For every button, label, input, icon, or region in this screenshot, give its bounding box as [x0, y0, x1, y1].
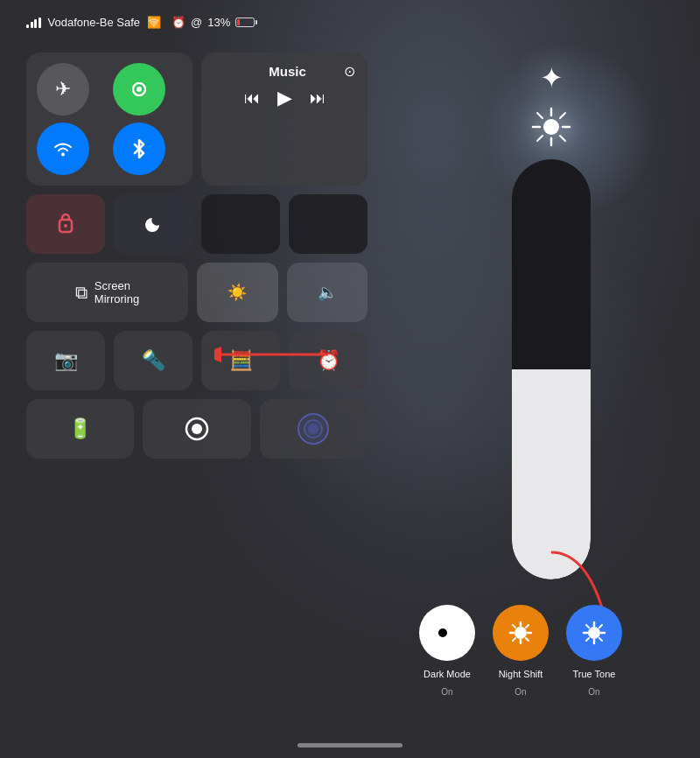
- flashlight-button[interactable]: 🔦: [114, 331, 192, 390]
- volume-icon: 🔈: [318, 283, 337, 302]
- true-tone-sublabel: On: [588, 687, 599, 697]
- night-shift-sublabel: On: [514, 687, 526, 697]
- svg-point-23: [514, 627, 527, 639]
- large-sun-icon: [529, 105, 573, 149]
- dark-mode-container: Dark Mode On: [419, 605, 475, 697]
- signal-bars: [26, 18, 41, 28]
- svg-line-37: [586, 625, 589, 628]
- night-shift-button[interactable]: [493, 605, 549, 661]
- signal-bar-3: [34, 19, 37, 28]
- grid-row-3: ⧉ ScreenMirroring ☀️ 🔈: [26, 263, 368, 322]
- control-center: ✈: [26, 53, 368, 459]
- svg-line-30: [526, 625, 528, 628]
- rotation-lock-button[interactable]: [26, 194, 105, 254]
- siri-circle: [298, 413, 329, 445]
- brightness-slider[interactable]: ☀️: [197, 263, 278, 322]
- screen-mirror-icon: ⧉: [75, 283, 88, 303]
- battery-tip: [256, 20, 257, 25]
- svg-point-2: [61, 153, 65, 157]
- svg-point-6: [192, 424, 202, 434]
- svg-line-16: [537, 113, 542, 118]
- status-right: ⏰ @ 13%: [172, 16, 257, 29]
- signal-bar-2: [31, 22, 33, 28]
- night-shift-container: Night Shift On: [493, 605, 549, 697]
- battery-percent: 13%: [207, 16, 230, 29]
- camera-button[interactable]: 📷: [26, 331, 105, 390]
- screen-mirroring-label: ScreenMirroring: [94, 279, 139, 305]
- dark-mode-button[interactable]: [419, 605, 475, 661]
- music-controls: ⏮ ▶ ⏭: [214, 87, 355, 109]
- airplay-icon[interactable]: ⊙: [344, 63, 355, 80]
- svg-line-38: [599, 638, 602, 641]
- brightness-icon: ☀️: [228, 283, 247, 302]
- grid-row-2: [26, 194, 368, 254]
- do-not-disturb-button[interactable]: [114, 194, 192, 254]
- screen-record-button[interactable]: [143, 399, 250, 459]
- home-indicator: [298, 743, 402, 747]
- battery-widget-button[interactable]: 🔋: [26, 399, 134, 459]
- dark-mode-sublabel: On: [441, 687, 452, 697]
- true-tone-label: True Tone: [573, 668, 616, 680]
- svg-point-1: [136, 87, 142, 92]
- music-panel: Music ⊙ ⏮ ▶ ⏭: [201, 53, 368, 186]
- svg-line-40: [586, 638, 589, 641]
- wifi-button[interactable]: [37, 123, 89, 175]
- play-button[interactable]: ▶: [277, 87, 292, 109]
- svg-line-17: [560, 136, 565, 141]
- airplane-mode-button[interactable]: ✈: [37, 63, 89, 116]
- wifi-status-icon: 🛜: [147, 16, 161, 29]
- siri-button[interactable]: [260, 399, 368, 459]
- battery-body: [235, 18, 255, 27]
- svg-point-11: [543, 119, 559, 135]
- keyboard-brightness-button[interactable]: [201, 194, 280, 254]
- svg-point-8: [308, 424, 318, 434]
- alarm-icon: ⏰: [172, 16, 186, 29]
- screen-mirroring-button[interactable]: ⧉ ScreenMirroring: [26, 263, 188, 322]
- svg-line-28: [513, 625, 515, 628]
- svg-line-29: [526, 638, 528, 641]
- svg-line-39: [599, 625, 602, 628]
- svg-point-22: [438, 628, 447, 637]
- battery-fill: [237, 19, 240, 25]
- bluetooth-button[interactable]: [113, 123, 165, 175]
- previous-track-button[interactable]: ⏮: [244, 89, 260, 108]
- brightness-dark-portion: [512, 159, 591, 369]
- music-header: Music ⊙: [214, 63, 355, 80]
- focus-button[interactable]: [289, 194, 368, 254]
- music-title: Music: [231, 64, 344, 79]
- svg-line-19: [537, 136, 542, 141]
- next-track-button[interactable]: ⏭: [310, 89, 326, 108]
- volume-slider[interactable]: 🔈: [287, 263, 368, 322]
- svg-point-4: [64, 224, 67, 228]
- signal-bar-4: [38, 18, 41, 28]
- sun-icon-large: ✦: [540, 61, 564, 95]
- display-mode-buttons: Dark Mode On Night Shift On: [368, 605, 674, 697]
- status-bar: Vodafone-Be Safe 🛜 ⏰ @ 13%: [26, 16, 674, 29]
- svg-line-18: [560, 113, 565, 118]
- battery-icon: [235, 18, 257, 27]
- connectivity-panel: ✈: [26, 53, 192, 186]
- red-arrow-brightness: [214, 341, 337, 368]
- grid-row-5: 🔋: [26, 399, 368, 459]
- at-sign: @: [191, 16, 202, 29]
- true-tone-container: True Tone On: [566, 605, 622, 697]
- cellular-button[interactable]: [113, 63, 165, 116]
- vertical-brightness-slider[interactable]: [512, 159, 591, 579]
- signal-bar-1: [26, 25, 29, 28]
- true-tone-button[interactable]: [566, 605, 622, 661]
- carrier-name: Vodafone-Be Safe: [48, 16, 141, 29]
- night-shift-label: Night Shift: [499, 668, 543, 680]
- grid-row-1: ✈: [26, 53, 368, 186]
- svg-line-31: [513, 638, 515, 641]
- svg-point-32: [588, 627, 600, 639]
- dark-mode-label: Dark Mode: [424, 668, 471, 680]
